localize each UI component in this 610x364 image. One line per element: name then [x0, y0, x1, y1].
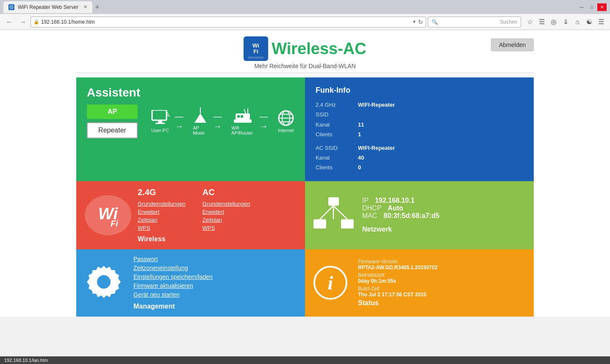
funk-value-0: WIFI-Repeater: [358, 100, 395, 120]
svg-text:Fi: Fi: [253, 48, 258, 55]
repeater-button[interactable]: Repeater: [87, 122, 138, 138]
assistent-panel: Assistent AP Repeater: [76, 77, 305, 181]
status-firmware-section: Firmware-Version RPTA2-AW.GD.R3465.1.201…: [358, 259, 525, 270]
arrow1-icon: —→: [175, 112, 188, 131]
search-bar[interactable]: 🔍 Suchen: [428, 17, 521, 28]
wireless-24g-wps[interactable]: WPS: [138, 225, 186, 231]
svg-line-16: [244, 109, 246, 113]
svg-rect-5: [152, 110, 166, 120]
wireless-24g-grundeinstellungen[interactable]: Grundeinstellungen: [138, 201, 186, 207]
tab-favicon-icon: [8, 4, 14, 10]
funk-info-title: Funk-Info: [316, 86, 523, 95]
management-einstellungen-link[interactable]: Einstellungen speichern/laden: [133, 273, 297, 280]
wireless-ac-zeitplan[interactable]: Zeitplan: [202, 217, 250, 223]
svg-rect-27: [313, 219, 326, 229]
status-bar-url: 192.168.10.1/lan.htm: [4, 358, 48, 363]
logout-button[interactable]: Abmelden: [491, 39, 534, 51]
address-lock-icon: 🔒: [33, 19, 39, 25]
funk-info-panel: Funk-Info 2.4 GHz SSID WIFI-Repeater Kan…: [305, 77, 534, 181]
wifi-circle-logo: Wi Fi: [85, 195, 131, 235]
netzwerk-mac-value: 80:3f:5d:68:a7:d5: [384, 212, 440, 220]
funk-value-5: 0: [358, 163, 361, 172]
node-ap-mode: AP Mode: [193, 108, 208, 135]
funk-label-0: 2.4 GHz SSID: [316, 100, 349, 120]
back-button[interactable]: ←: [3, 17, 15, 27]
wireless-ac-title: AC: [202, 188, 250, 197]
status-uptime-value: 0day 0h:1m:55s: [358, 278, 525, 284]
address-refresh-icon[interactable]: ↻: [418, 19, 423, 25]
wireless-col-24g: 2.4G Grundeinstellungen Erweitert Zeitpl…: [138, 188, 186, 231]
search-icon: 🔍: [432, 19, 498, 25]
pocket-icon[interactable]: ◎: [548, 17, 559, 28]
funk-label-5: Clients: [316, 163, 349, 172]
forward-button[interactable]: →: [17, 17, 29, 27]
funk-label-4: Kanal: [316, 153, 349, 163]
new-tab-button[interactable]: +: [95, 3, 100, 11]
svg-rect-18: [234, 119, 252, 123]
wireless-24g-zeitplan[interactable]: Zeitplan: [138, 217, 186, 223]
sync-icon[interactable]: ☯: [584, 17, 595, 28]
wireless-24g-erweitert[interactable]: Erweitert: [138, 209, 186, 215]
svg-text:Fi: Fi: [111, 219, 118, 228]
active-tab[interactable]: WiFi Repeater Web Server ✕: [3, 1, 92, 13]
logo-area: Wi Fi REPEATER Wireless-AC: [244, 36, 366, 61]
funk-row-4: Kanal 40: [316, 153, 523, 163]
svg-rect-28: [341, 219, 354, 229]
status-firmware-label: Firmware-Version: [358, 259, 525, 265]
address-bar[interactable]: 🔒 192.168.10.1/home.htm ▼ ↻: [30, 17, 426, 28]
window-minimize-button[interactable]: —: [577, 3, 586, 11]
node-user-pc-label: User-PC: [151, 128, 169, 133]
funk-info-table: 2.4 GHz SSID WIFI-Repeater Kanal 11 Clie…: [316, 100, 523, 173]
info-circle-icon: i: [313, 266, 352, 300]
header-inner: Wi Fi REPEATER Wireless-AC Abmelden: [0, 36, 610, 61]
arrow3-icon: —→: [260, 112, 272, 131]
assistent-buttons: AP Repeater: [87, 105, 138, 138]
funk-value-4: 40: [358, 153, 364, 163]
address-dropdown-icon[interactable]: ▼: [412, 19, 416, 24]
svg-rect-7: [155, 123, 165, 124]
wireless-title: Wireless: [138, 235, 297, 243]
management-neustart-link[interactable]: Gerät neu starten: [133, 291, 297, 298]
svg-line-29: [320, 206, 333, 219]
management-passwort-link[interactable]: Passwort: [133, 256, 297, 262]
status-panel: i Firmware-Version RPTA2-AW.GD.R3465.1.2…: [305, 249, 534, 317]
netzwerk-title: Netzwerk: [362, 226, 525, 233]
tab-close-button[interactable]: ✕: [83, 4, 87, 10]
funk-row-0: 2.4 GHz SSID WIFI-Repeater: [316, 100, 523, 120]
node-user-pc: User-PC: [150, 110, 170, 133]
management-zeitzone-link[interactable]: Zeitzoneneinstellung: [133, 265, 297, 271]
svg-text:REPEATER: REPEATER: [248, 56, 264, 59]
node-internet-label: Internet: [278, 128, 294, 133]
wireless-col-ac: AC Grundeinstellungen Erweitert Zeitplan…: [202, 188, 250, 231]
home-icon[interactable]: ⌂: [572, 17, 583, 28]
funk-row-5: Clients 0: [316, 163, 523, 172]
window-close-button[interactable]: ✕: [597, 3, 607, 11]
funk-label-3: AC SSID: [316, 143, 349, 153]
wifi-logo-icon: Wi Fi REPEATER: [244, 36, 268, 61]
assistent-inner: AP Repeater U: [87, 105, 294, 138]
management-content: Passwort Zeitzoneneinstellung Einstellun…: [133, 256, 297, 310]
gear-icon: [85, 263, 127, 303]
download-icon[interactable]: ⇓: [560, 17, 571, 28]
svg-rect-26: [328, 197, 339, 206]
bookmark-star-icon[interactable]: ☆: [524, 17, 535, 28]
funk-row-2: Clients 1: [316, 130, 523, 139]
window-maximize-button[interactable]: □: [587, 3, 596, 11]
menu-icon[interactable]: ☰: [596, 17, 607, 28]
wireless-ac-grundeinstellungen[interactable]: Grundeinstellungen: [202, 201, 250, 207]
wireless-ac-erweitert[interactable]: Erweitert: [202, 209, 250, 215]
management-firmware-link[interactable]: Firmware aktualisieren: [133, 282, 297, 289]
brand-name: Wireless-AC: [272, 40, 366, 58]
reader-icon[interactable]: ☰: [536, 17, 547, 28]
network-diagram: User-PC —→ AP Mode —→: [150, 108, 294, 135]
assistent-title: Assistent: [87, 86, 294, 99]
svg-rect-14: [237, 115, 240, 118]
netzwerk-mac-row: MAC 80:3f:5d:68:a7:d5: [362, 212, 525, 220]
wireless-ac-wps[interactable]: WPS: [202, 225, 250, 231]
funk-label-1: Kanal: [316, 120, 349, 130]
svg-rect-6: [158, 120, 162, 123]
header-tagline: Mehr Reichweite für Dual-Band-WLAN: [0, 63, 610, 69]
ap-button[interactable]: AP: [87, 105, 138, 119]
wireless-24g-title: 2.4G: [138, 188, 186, 197]
nav-icon-bar: ☆ ☰ ◎ ⇓ ⌂ ☯ ☰: [524, 17, 607, 28]
